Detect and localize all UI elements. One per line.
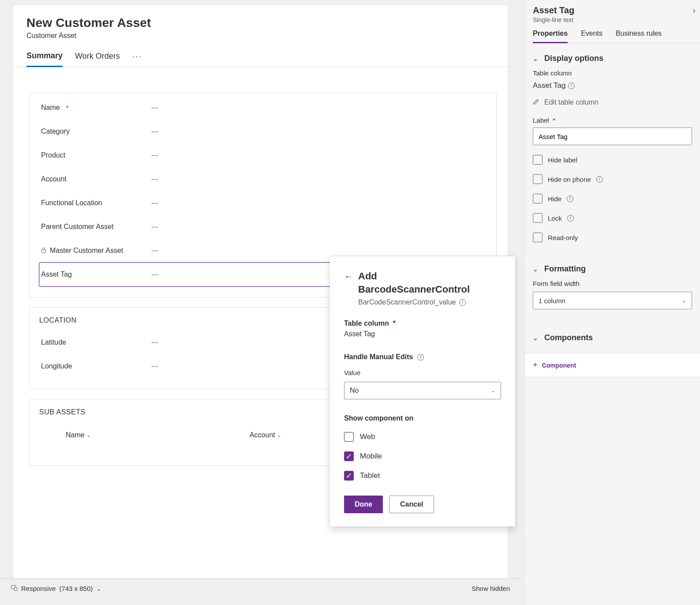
info-icon[interactable]: i (568, 83, 575, 89)
field-value: --- (151, 338, 158, 346)
table-column-value: Asset Tag (344, 330, 501, 338)
field-label: Product (41, 151, 65, 159)
chevron-down-icon: ⌄ (277, 432, 281, 438)
field-label: Name (41, 104, 60, 112)
svg-rect-0 (42, 250, 46, 253)
chevron-down-icon: ⌄ (533, 55, 538, 62)
show-hidden-toggle[interactable]: Show hidden (472, 585, 510, 592)
chevron-down-icon: ⌄ (86, 432, 91, 438)
tab-work-orders[interactable]: Work Orders (75, 52, 120, 66)
chevron-down-icon: ⌄ (533, 334, 538, 342)
property-check-lock[interactable]: Locki (533, 213, 692, 223)
footer-bar: Responsive (743 x 850) ⌄ Show hidden (0, 579, 520, 598)
value-label: Value (344, 369, 501, 376)
checkbox-checked-icon: ✓ (344, 451, 354, 461)
field-value: --- (151, 175, 158, 183)
lock-icon (41, 247, 47, 255)
checkbox-icon (533, 213, 543, 223)
section-components[interactable]: ⌄ Components (533, 324, 692, 349)
show-on-web[interactable]: Web (344, 432, 501, 442)
checkbox-icon (344, 432, 354, 442)
field-row-account[interactable]: Account--- (39, 167, 487, 191)
svg-rect-2 (15, 587, 17, 591)
required-asterisk: * (553, 116, 555, 124)
field-row-parent-customer-asset[interactable]: Parent Customer Asset--- (39, 215, 487, 239)
info-icon[interactable]: i (567, 215, 574, 222)
field-label: Category (41, 128, 70, 135)
field-label: Latitude (41, 338, 66, 346)
subassets-column-name[interactable]: Name ⌄ (66, 431, 91, 439)
section-formatting[interactable]: ⌄ Formatting (533, 256, 692, 280)
field-value: --- (151, 151, 158, 159)
chevron-down-icon: ⌄ (682, 297, 686, 304)
info-icon[interactable]: i (596, 176, 603, 183)
plus-icon: + (533, 361, 538, 370)
field-label: Account (41, 175, 67, 183)
required-asterisk: * (66, 104, 68, 111)
property-check-hide-label[interactable]: Hide label (533, 155, 692, 165)
info-icon[interactable]: i (459, 299, 466, 306)
field-row-name[interactable]: Name*--- (39, 96, 487, 120)
chevron-down-icon: ⌄ (491, 387, 495, 394)
chevron-down-icon[interactable]: ⌄ (96, 585, 101, 592)
property-check-hide-on-phone[interactable]: Hide on phonei (533, 174, 692, 184)
add-component-popover: ← Add BarcodeScannerControl BarCodeScann… (330, 256, 515, 526)
page-subtitle: Customer Asset (26, 32, 494, 40)
form-tabs: Summary Work Orders ··· (13, 40, 507, 67)
field-row-functional-location[interactable]: Functional Location--- (39, 191, 487, 215)
property-check-read-only[interactable]: Read-only (533, 233, 692, 242)
field-value: --- (151, 104, 158, 112)
checkbox-icon (533, 155, 543, 165)
field-value: --- (151, 271, 158, 278)
back-arrow-icon[interactable]: ← (344, 271, 353, 282)
property-check-hide[interactable]: Hidei (533, 194, 692, 203)
chevron-down-icon: ⌄ (533, 266, 538, 273)
panel-tab-business-rules[interactable]: Business rules (616, 30, 662, 43)
panel-tab-properties[interactable]: Properties (533, 30, 568, 43)
add-component-button[interactable]: + Component (525, 353, 700, 377)
checkbox-icon (533, 233, 543, 242)
required-asterisk: * (393, 319, 395, 327)
panel-title: Asset Tag (533, 5, 574, 15)
field-label: Master Customer Asset (50, 247, 123, 255)
value-select[interactable]: No ⌄ (344, 382, 501, 399)
page-title: New Customer Asset (26, 16, 494, 30)
field-value: --- (151, 362, 158, 370)
show-on-mobile[interactable]: ✓ Mobile (344, 451, 501, 461)
popover-code-name: BarCodeScannerControl_value (358, 298, 456, 306)
field-row-category[interactable]: Category--- (39, 120, 487, 143)
responsive-icon (11, 584, 18, 593)
label-input[interactable] (533, 128, 692, 145)
footer-dimensions: (743 x 850) (59, 585, 93, 592)
done-button[interactable]: Done (344, 496, 383, 513)
panel-subtitle: Single-line text (533, 16, 574, 23)
chevron-right-icon[interactable]: › (693, 5, 696, 15)
field-label: Asset Tag (41, 271, 72, 278)
field-value: --- (151, 223, 158, 231)
cancel-button[interactable]: Cancel (389, 496, 434, 513)
info-icon[interactable]: i (567, 195, 573, 202)
tab-overflow[interactable]: ··· (132, 51, 142, 67)
checkbox-icon (533, 194, 543, 203)
checkbox-icon (533, 174, 543, 184)
field-label: Functional Location (41, 199, 102, 207)
field-label: Longitude (41, 362, 72, 370)
display-table-column: Asset Tag (533, 81, 565, 90)
field-value: --- (151, 199, 158, 207)
pencil-icon (533, 98, 540, 107)
field-value: --- (151, 247, 158, 255)
form-field-width-select[interactable]: 1 column ⌄ (533, 292, 692, 309)
checkbox-checked-icon: ✓ (344, 471, 354, 481)
field-label: Parent Customer Asset (41, 223, 114, 231)
section-display-options[interactable]: ⌄ Display options (533, 45, 692, 69)
subassets-column-account[interactable]: Account ⌄ (250, 431, 281, 439)
panel-tab-events[interactable]: Events (581, 30, 603, 43)
info-icon[interactable]: i (417, 354, 424, 361)
footer-mode: Responsive (21, 585, 56, 592)
field-row-product[interactable]: Product--- (39, 143, 487, 167)
property-panel: Asset Tag Single-line text › Properties … (524, 0, 700, 605)
show-on-tablet[interactable]: ✓ Tablet (344, 471, 501, 481)
field-value: --- (151, 128, 158, 135)
edit-table-column-link[interactable]: Edit table column (533, 98, 692, 107)
tab-summary[interactable]: Summary (26, 51, 63, 67)
